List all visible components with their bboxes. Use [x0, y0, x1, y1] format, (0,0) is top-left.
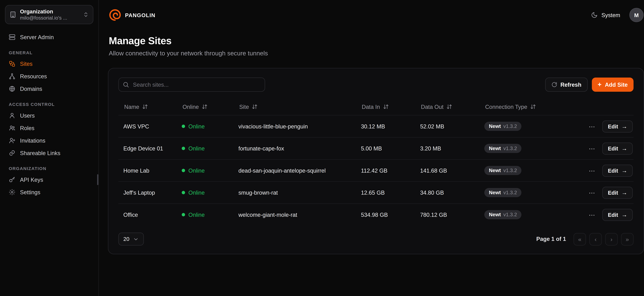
chevrons-right-icon: » [626, 236, 629, 242]
refresh-button[interactable]: Refresh [545, 78, 588, 92]
sidebar-item-sites[interactable]: Sites [5, 58, 94, 70]
sites-panel: Refresh + Add Site Name Online [108, 68, 644, 254]
row-menu-button[interactable]: ⋯ [588, 122, 596, 131]
cell-data-in: 5.00 MB [356, 145, 415, 152]
edit-button[interactable]: Edit → [602, 164, 633, 176]
sort-icon [202, 104, 208, 110]
status-label: Online [188, 123, 205, 130]
app-window: Organization milo@fossorial.io's ... Ser… [0, 0, 644, 296]
column-label: Site [239, 104, 249, 110]
cell-connection-type: Newt v1.3.2 [479, 144, 571, 153]
column-header-connection-type[interactable]: Connection Type [479, 104, 536, 110]
sidebar-item-domains[interactable]: Domains [5, 82, 94, 95]
org-value: milo@fossorial.io's ... [20, 15, 79, 21]
row-menu-button[interactable]: ⋯ [588, 144, 596, 153]
server-icon [9, 34, 16, 40]
sort-icon [252, 104, 258, 110]
theme-toggle-button[interactable]: System [591, 12, 620, 18]
connection-type-name: Newt [489, 190, 501, 196]
sidebar-item-label: Settings [20, 189, 40, 196]
sites-toolbar: Refresh + Add Site [118, 78, 634, 92]
edit-label: Edit [608, 212, 618, 218]
next-page-button[interactable]: › [605, 233, 618, 245]
row-menu-button[interactable]: ⋯ [588, 188, 596, 197]
main-area: PANGOLIN System M Manage Sites Allow con… [99, 0, 644, 296]
column-header-data-in[interactable]: Data In [356, 104, 389, 110]
online-dot-icon [182, 213, 185, 216]
chevrons-left-icon: « [578, 236, 582, 242]
cell-name: Home Lab [118, 167, 177, 174]
edit-button[interactable]: Edit → [602, 142, 633, 154]
edit-label: Edit [608, 167, 618, 174]
cell-data-out: 3.20 MB [415, 145, 479, 152]
cell-data-in: 30.12 MB [356, 123, 415, 130]
edit-button[interactable]: Edit → [602, 186, 633, 198]
connection-type-badge: Newt v1.3.2 [484, 188, 522, 197]
page-size-select[interactable]: 20 [118, 233, 144, 246]
brand-name: PANGOLIN [125, 12, 156, 18]
table-row: Edge Device 01 Online fortunate-cape-fox… [118, 137, 634, 159]
table-footer: 20 Page 1 of 1 « ‹ › » [118, 233, 634, 246]
sidebar-item-invitations[interactable]: Invitations [5, 134, 94, 147]
cell-name: Edge Device 01 [118, 145, 177, 152]
prev-page-button[interactable]: ‹ [590, 233, 602, 245]
pangolin-logo-icon [109, 9, 121, 21]
topbar-right: System M [591, 8, 644, 22]
pagination: Page 1 of 1 « ‹ › » [536, 233, 634, 245]
status-label: Online [188, 212, 205, 218]
online-dot-icon [182, 191, 185, 194]
status-label: Online [188, 145, 205, 152]
cell-data-in: 112.42 GB [356, 167, 415, 174]
column-label: Data Out [421, 104, 444, 110]
online-dot-icon [182, 169, 185, 172]
column-header-name[interactable]: Name [118, 104, 148, 110]
column-header-online[interactable]: Online [177, 104, 208, 110]
add-site-button[interactable]: + Add Site [592, 78, 634, 92]
first-page-button[interactable]: « [574, 233, 586, 245]
row-menu-button[interactable]: ⋯ [588, 166, 596, 175]
sort-icon [383, 104, 388, 110]
cell-actions: ⋯ Edit → [571, 186, 634, 198]
user-icon [9, 112, 16, 119]
edit-label: Edit [608, 123, 618, 130]
edit-button[interactable]: Edit → [602, 120, 633, 132]
avatar-initial: M [634, 12, 639, 18]
table-row: Jeff's Laptop Online smug-brown-rat 12.6… [118, 181, 634, 204]
sort-icon [530, 104, 536, 110]
column-header-data-out[interactable]: Data Out [415, 104, 452, 110]
search-input[interactable] [118, 78, 265, 92]
search-box [118, 78, 265, 92]
chevron-down-icon [133, 236, 139, 242]
sites-icon [9, 60, 16, 67]
sidebar-item-resources[interactable]: Resources [5, 70, 94, 82]
page-head: Manage Sites Allow connectivity to your … [99, 30, 644, 57]
sidebar-item-label: Domains [20, 86, 42, 92]
sidebar-item-roles[interactable]: Roles [5, 122, 94, 134]
sidebar-item-server-admin[interactable]: Server Admin [5, 31, 94, 43]
sidebar-scrollbar-thumb[interactable] [97, 174, 98, 185]
cell-data-out: 141.68 GB [415, 167, 479, 174]
plus-icon: + [598, 81, 602, 88]
org-switcher[interactable]: Organization milo@fossorial.io's ... [5, 5, 94, 24]
cell-status: Online [177, 190, 234, 196]
sidebar-item-shareable-links[interactable]: Shareable Links [5, 147, 94, 159]
sidebar-item-users[interactable]: Users [5, 109, 94, 122]
cell-data-out: 34.80 GB [415, 190, 479, 196]
refresh-label: Refresh [560, 82, 582, 88]
sidebar-item-label: Roles [20, 125, 34, 131]
arrow-right-icon: → [622, 212, 627, 218]
row-menu-button[interactable]: ⋯ [588, 210, 596, 219]
theme-label: System [601, 12, 620, 18]
chevron-left-icon: ‹ [595, 236, 596, 242]
edit-button[interactable]: Edit → [602, 209, 633, 221]
cell-name: AWS VPC [118, 123, 177, 130]
cell-data-out: 52.02 MB [415, 123, 479, 130]
status-label: Online [188, 167, 205, 174]
last-page-button[interactable]: » [621, 233, 634, 245]
sidebar-item-settings[interactable]: Settings [5, 186, 94, 198]
column-header-site[interactable]: Site [234, 104, 258, 110]
sidebar-item-api-keys[interactable]: API Keys [5, 174, 94, 186]
cell-site: smug-brown-rat [234, 190, 356, 196]
cell-site: welcome-giant-mole-rat [234, 212, 356, 218]
avatar[interactable]: M [629, 8, 644, 22]
